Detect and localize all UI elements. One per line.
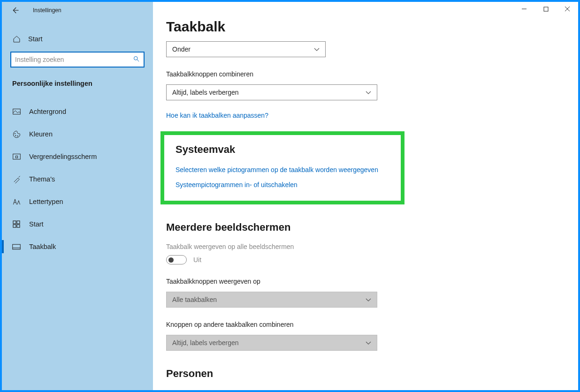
home-label: Start [28,35,43,43]
taskbar-icon [12,242,21,251]
svg-point-8 [15,133,15,134]
sidebar: Instellingen Start Persoonlijke instelli… [2,2,153,390]
nav-item-lockscreen[interactable]: Vergrendelingsscherm [2,145,153,168]
svg-rect-12 [15,156,17,158]
show-all-displays-toggle[interactable] [166,255,187,264]
people-show-label: Contactpersonen op de taakbalk weergeven [166,389,538,390]
home-icon [12,35,21,43]
home-button[interactable]: Start [2,19,153,43]
toggle-state: Uit [193,256,201,264]
nav-item-taskbar[interactable]: Taakbalk [2,235,153,258]
other-combine-label: Knoppen op andere taakbalken combineren [166,321,538,328]
main-content: Taakbalk Onder Taakbalkknoppen combinere… [153,2,578,390]
svg-point-10 [17,136,17,136]
chevron-down-icon [366,339,371,347]
chevron-down-icon [366,89,371,96]
dropdown-value: Alle taakbalken [172,296,217,303]
back-button[interactable] [10,6,20,15]
background-icon [12,107,21,116]
search-input[interactable] [15,56,133,63]
window-title: Instellingen [33,7,61,14]
nav-item-label: Start [29,220,44,228]
nav-item-colors[interactable]: Kleuren [2,123,153,145]
nav-item-label: Thema's [29,175,55,183]
buttons-on-label: Taakbalkknoppen weergeven op [166,278,538,285]
dropdown-value: Onder [172,45,191,53]
page-title: Taakbalk [166,19,538,35]
dropdown-value: Altijd, labels verbergen [172,89,239,96]
show-all-displays-label: Taakbalk weergeven op alle beeldschermen [166,243,538,250]
nav-item-label: Vergrendelingsscherm [29,153,97,160]
people-heading: Personen [166,368,538,380]
systray-highlight: Systeemvak Selecteren welke pictogrammen… [160,131,404,204]
toggle-knob [168,257,174,263]
colors-icon [12,130,21,138]
nav-item-themes[interactable]: Thema's [2,168,153,190]
nav-item-fonts[interactable]: Lettertypen [2,190,153,213]
combine-buttons-label: Taakbalkknoppen combineren [166,70,538,78]
buttons-on-dropdown: Alle taakbalken [166,292,377,308]
systray-select-icons-link[interactable]: Selecteren welke pictogrammen op de taak… [176,166,389,173]
lockscreen-icon [12,152,21,161]
multi-displays-heading: Meerdere beeldschermen [166,221,538,234]
nav-list: Achtergrond Kleuren Vergrendelingsscherm… [2,100,153,258]
chevron-down-icon [314,45,320,53]
nav-item-start[interactable]: Start [2,213,153,235]
nav-item-label: Kleuren [29,130,53,138]
themes-icon [12,175,21,183]
systray-system-icons-link[interactable]: Systeempictogrammen in- of uitschakelen [176,181,389,188]
fonts-icon [12,197,21,206]
svg-line-6 [137,60,139,61]
svg-rect-16 [13,225,16,227]
taskbar-location-dropdown[interactable]: Onder [166,41,326,57]
combine-buttons-dropdown[interactable]: Altijd, labels verbergen [166,84,377,100]
svg-rect-14 [13,221,16,224]
dropdown-value: Altijd, labels verbergen [172,339,239,347]
nav-item-label: Achtergrond [29,108,66,115]
svg-rect-17 [17,225,20,227]
svg-rect-11 [13,154,20,159]
nav-item-background[interactable]: Achtergrond [2,100,153,123]
svg-rect-18 [13,244,21,249]
systray-heading: Systeemvak [176,143,389,156]
other-combine-dropdown: Altijd, labels verbergen [166,335,377,351]
nav-item-label: Taakbalk [29,243,56,250]
nav-item-label: Lettertypen [29,198,63,205]
svg-rect-15 [17,221,20,224]
search-icon [133,55,140,64]
search-box[interactable] [10,52,145,68]
svg-point-5 [134,56,138,60]
category-title: Persoonlijke instellingen [2,68,153,87]
start-icon [12,220,21,228]
svg-point-9 [15,135,15,136]
chevron-down-icon [366,296,371,303]
help-link[interactable]: Hoe kan ik taakbalken aanpassen? [166,112,538,119]
